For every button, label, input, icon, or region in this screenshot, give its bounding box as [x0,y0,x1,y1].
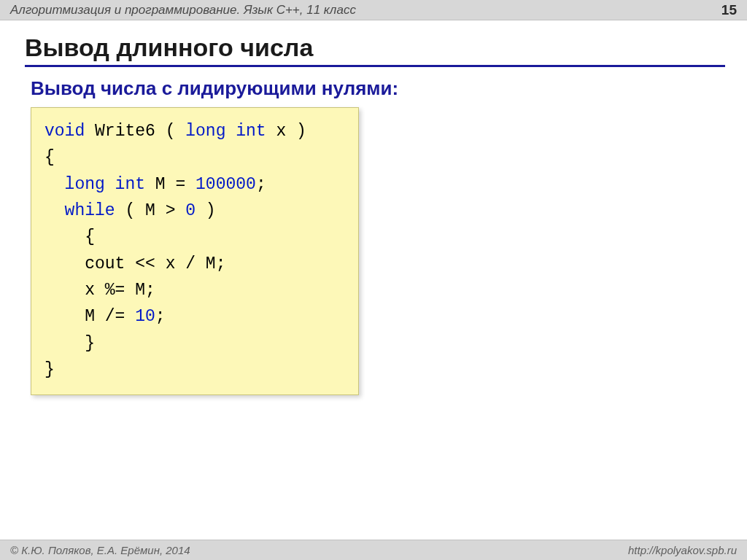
pad [44,201,65,220]
footer-bar: © К.Ю. Поляков, Е.А. Ерёмин, 2014 http:/… [0,540,747,560]
code-line-3: long int M = 100000; [44,171,345,198]
code-line-1: void Write6 ( long int x ) [44,118,345,144]
var-M-eq: M = [145,175,196,194]
code-line-5: { [44,224,345,250]
code-line-9: } [44,330,345,357]
code-line-10: } [44,357,345,383]
keyword-while: while [65,201,115,220]
param-x: x [266,122,296,141]
keyword-void: void [44,122,85,141]
website-url: http://kpolyakov.spb.ru [628,544,737,556]
code-block: void Write6 ( long int x ) { long int M … [31,107,359,395]
code-line-7: x %= M; [44,277,345,303]
paren-open: ( [166,122,186,141]
semi: ; [256,175,266,194]
code-line-2: { [44,144,345,171]
cond-close: ) [196,201,216,220]
copyright: © К.Ю. Поляков, Е.А. Ерёмин, 2014 [10,544,190,556]
code-line-4: while ( M > 0 ) [44,198,345,224]
content-area: Вывод длинного числа Вывод числа с лидир… [0,20,747,395]
num-100000: 100000 [196,175,256,194]
header-bar: Алгоритмизация и программирование. Язык … [0,0,747,20]
pad: M /= [44,307,135,326]
paren-close: ) [296,122,306,141]
code-line-6: cout << x / M; [44,251,345,277]
page-title: Вывод длинного числа [25,34,725,67]
page-number: 15 [721,2,737,18]
fn-name: Write6 [85,122,165,141]
code-line-8: M /= 10; [44,303,345,330]
semi: ; [155,307,166,326]
subtitle-colon: : [392,77,399,99]
keyword-long-int-2: long int [65,175,145,194]
num-0: 0 [185,201,196,220]
num-10: 10 [135,307,155,326]
keyword-long-int: long int [185,122,266,141]
header-title: Алгоритмизация и программирование. Язык … [10,3,356,18]
subtitle: Вывод числа с лидирующими нулями: [31,77,725,100]
pad [44,175,65,194]
cond-open: ( M > [115,201,186,220]
subtitle-text: Вывод числа с лидирующими нулями [31,77,392,99]
